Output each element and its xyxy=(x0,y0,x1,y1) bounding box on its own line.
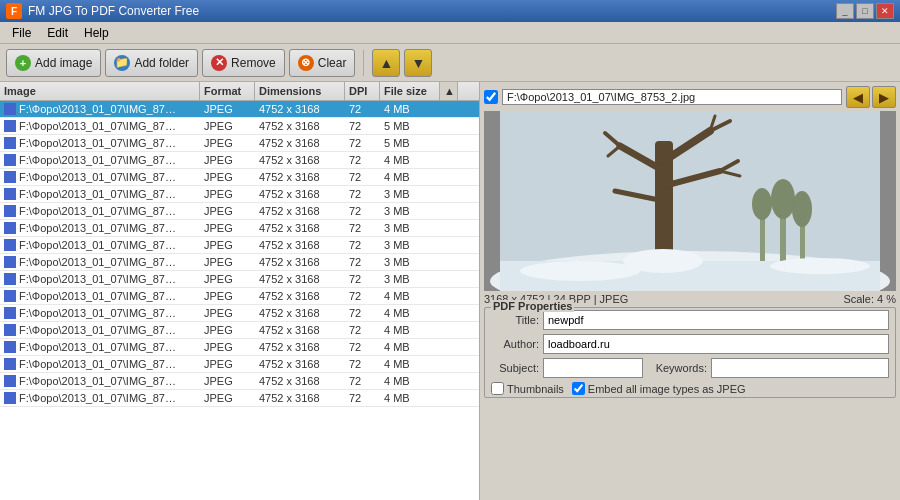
window-title: FM JPG To PDF Converter Free xyxy=(28,4,199,18)
prop-row-title: Title: xyxy=(491,310,889,330)
subject-label: Subject: xyxy=(491,362,539,374)
table-row[interactable]: F:\Форо\2013_01_07\IMG_87… JPEG 4752 x 3… xyxy=(0,305,479,322)
preview-next-button[interactable]: ▶ xyxy=(872,86,896,108)
file-format: JPEG xyxy=(200,356,255,372)
clear-icon: ⊗ xyxy=(298,55,314,71)
file-dimensions: 4752 x 3168 xyxy=(255,271,345,287)
table-row[interactable]: F:\Форо\2013_01_07\IMG_87… JPEG 4752 x 3… xyxy=(0,152,479,169)
table-row[interactable]: F:\Форо\2013_01_07\IMG_87… JPEG 4752 x 3… xyxy=(0,135,479,152)
table-row[interactable]: F:\Форо\2013_01_07\IMG_87… JPEG 4752 x 3… xyxy=(0,220,479,237)
toolbar: + Add image 📁 Add folder ✕ Remove ⊗ Clea… xyxy=(0,44,900,82)
file-size: 5 MB xyxy=(380,135,440,151)
close-button[interactable]: ✕ xyxy=(876,3,894,19)
header-filesize: File size xyxy=(380,82,440,100)
file-format: JPEG xyxy=(200,254,255,270)
embed-option[interactable]: Embed all image types as JPEG xyxy=(572,382,746,395)
table-row[interactable]: F:\Форо\2013_01_07\IMG_87… JPEG 4752 x 3… xyxy=(0,203,479,220)
table-row[interactable]: F:\Форо\2013_01_07\IMG_87… JPEG 4752 x 3… xyxy=(0,288,479,305)
add-image-icon: + xyxy=(15,55,31,71)
title-bar: F FM JPG To PDF Converter Free _ □ ✕ xyxy=(0,0,900,22)
table-row[interactable]: F:\Форо\2013_01_07\IMG_87… JPEG 4752 x 3… xyxy=(0,101,479,118)
file-format: JPEG xyxy=(200,322,255,338)
file-dimensions: 4752 x 3168 xyxy=(255,356,345,372)
thumbnails-checkbox[interactable] xyxy=(491,382,504,395)
author-input[interactable] xyxy=(543,334,889,354)
table-row[interactable]: F:\Форо\2013_01_07\IMG_87… JPEG 4752 x 3… xyxy=(0,186,479,203)
file-size: 3 MB xyxy=(380,271,440,287)
embed-checkbox[interactable] xyxy=(572,382,585,395)
table-row[interactable]: F:\Форо\2013_01_07\IMG_87… JPEG 4752 x 3… xyxy=(0,271,479,288)
table-row[interactable]: F:\Форо\2013_01_07\IMG_87… JPEG 4752 x 3… xyxy=(0,237,479,254)
file-icon xyxy=(4,120,16,132)
list-header: Image Format Dimensions DPI File size ▲ xyxy=(0,82,479,101)
file-icon xyxy=(4,239,16,251)
table-row[interactable]: F:\Форо\2013_01_07\IMG_87… JPEG 4752 x 3… xyxy=(0,169,479,186)
file-path: F:\Форо\2013_01_07\IMG_87… xyxy=(19,222,176,234)
file-path: F:\Форо\2013_01_07\IMG_87… xyxy=(19,137,176,149)
table-row[interactable]: F:\Форо\2013_01_07\IMG_87… JPEG 4752 x 3… xyxy=(0,339,479,356)
file-list-panel: Image Format Dimensions DPI File size ▲ … xyxy=(0,82,480,500)
file-size: 4 MB xyxy=(380,288,440,304)
subject-input[interactable] xyxy=(543,358,643,378)
svg-point-8 xyxy=(752,188,772,220)
file-list-body[interactable]: F:\Форо\2013_01_07\IMG_87… JPEG 4752 x 3… xyxy=(0,101,479,500)
file-format: JPEG xyxy=(200,152,255,168)
keywords-label: Keywords: xyxy=(647,362,707,374)
right-panel: F:\Форо\2013_01_07\IMG_8753_2.jpg ◀ ▶ xyxy=(480,82,900,500)
add-folder-button[interactable]: 📁 Add folder xyxy=(105,49,198,77)
preview-box xyxy=(484,111,896,291)
thumbnails-option[interactable]: Thumbnails xyxy=(491,382,564,395)
table-row[interactable]: F:\Форо\2013_01_07\IMG_87… JPEG 4752 x 3… xyxy=(0,254,479,271)
file-dimensions: 4752 x 3168 xyxy=(255,322,345,338)
svg-point-6 xyxy=(792,191,812,227)
table-row[interactable]: F:\Форо\2013_01_07\IMG_87… JPEG 4752 x 3… xyxy=(0,390,479,407)
move-down-button[interactable]: ▼ xyxy=(404,49,432,77)
menu-file[interactable]: File xyxy=(4,24,39,42)
svg-point-4 xyxy=(771,179,795,219)
add-image-button[interactable]: + Add image xyxy=(6,49,101,77)
maximize-button[interactable]: □ xyxy=(856,3,874,19)
file-dpi: 72 xyxy=(345,390,380,406)
keywords-input[interactable] xyxy=(711,358,889,378)
file-path: F:\Форо\2013_01_07\IMG_87… xyxy=(19,171,176,183)
prop-row-author: Author: xyxy=(491,334,889,354)
preview-checkbox[interactable] xyxy=(484,90,498,104)
file-format: JPEG xyxy=(200,288,255,304)
file-path: F:\Форо\2013_01_07\IMG_87… xyxy=(19,154,176,166)
remove-button[interactable]: ✕ Remove xyxy=(202,49,285,77)
menu-edit[interactable]: Edit xyxy=(39,24,76,42)
file-size: 4 MB xyxy=(380,305,440,321)
file-icon xyxy=(4,375,16,387)
file-dpi: 72 xyxy=(345,220,380,236)
file-dimensions: 4752 x 3168 xyxy=(255,339,345,355)
table-row[interactable]: F:\Форо\2013_01_07\IMG_87… JPEG 4752 x 3… xyxy=(0,118,479,135)
table-row[interactable]: F:\Форо\2013_01_07\IMG_87… JPEG 4752 x 3… xyxy=(0,373,479,390)
file-dpi: 72 xyxy=(345,254,380,270)
menu-help[interactable]: Help xyxy=(76,24,117,42)
file-size: 3 MB xyxy=(380,203,440,219)
preview-scale: Scale: 4 % xyxy=(843,293,896,305)
file-dimensions: 4752 x 3168 xyxy=(255,237,345,253)
file-format: JPEG xyxy=(200,169,255,185)
preview-prev-button[interactable]: ◀ xyxy=(846,86,870,108)
clear-button[interactable]: ⊗ Clear xyxy=(289,49,356,77)
table-row[interactable]: F:\Форо\2013_01_07\IMG_87… JPEG 4752 x 3… xyxy=(0,356,479,373)
title-input[interactable] xyxy=(543,310,889,330)
minimize-button[interactable]: _ xyxy=(836,3,854,19)
file-icon xyxy=(4,222,16,234)
file-path: F:\Форо\2013_01_07\IMG_87… xyxy=(19,256,176,268)
file-dimensions: 4752 x 3168 xyxy=(255,254,345,270)
file-size: 4 MB xyxy=(380,322,440,338)
move-up-button[interactable]: ▲ xyxy=(372,49,400,77)
preview-path: F:\Форо\2013_01_07\IMG_8753_2.jpg xyxy=(484,89,842,105)
file-dimensions: 4752 x 3168 xyxy=(255,203,345,219)
file-icon xyxy=(4,341,16,353)
file-dimensions: 4752 x 3168 xyxy=(255,186,345,202)
file-dpi: 72 xyxy=(345,356,380,372)
file-format: JPEG xyxy=(200,203,255,219)
file-format: JPEG xyxy=(200,271,255,287)
table-row[interactable]: F:\Форо\2013_01_07\IMG_87… JPEG 4752 x 3… xyxy=(0,322,479,339)
file-format: JPEG xyxy=(200,237,255,253)
menu-bar: File Edit Help xyxy=(0,22,900,44)
svg-point-21 xyxy=(520,261,640,281)
